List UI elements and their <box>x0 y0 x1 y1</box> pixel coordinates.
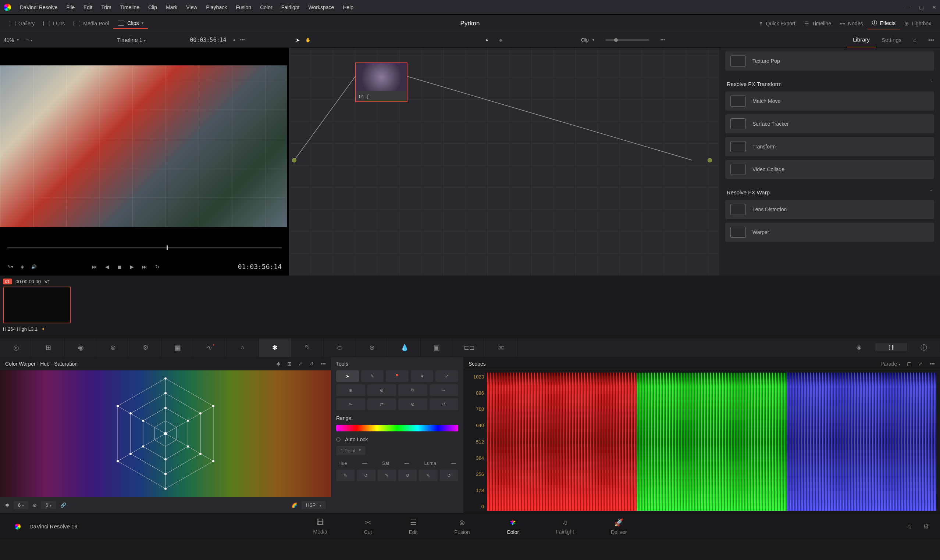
node-zoom-slider[interactable] <box>605 39 650 41</box>
fx-warper[interactable]: Warper <box>725 223 934 242</box>
warper-reset-icon[interactable]: ↺ <box>309 361 314 367</box>
scope-expand-icon[interactable]: ⤢ <box>918 361 923 367</box>
tool-motion[interactable]: ⚙ <box>130 338 162 357</box>
clips-button[interactable]: Clips▾ <box>113 18 148 29</box>
menu-trim[interactable]: Trim <box>97 5 116 10</box>
sat-edit[interactable]: ✎ <box>378 469 396 482</box>
effects-button[interactable]: ⓕEffects <box>867 18 900 29</box>
home-icon[interactable]: ⌂ <box>907 523 911 531</box>
close-icon[interactable]: ✕ <box>932 5 936 10</box>
fx-lens-distortion[interactable]: Lens Distortion <box>725 200 934 219</box>
tool-scopes[interactable]: ⫿⫿ <box>875 343 908 351</box>
menu-playback[interactable]: Playback <box>202 5 232 10</box>
viewer-image[interactable] <box>0 65 287 227</box>
node-options-icon[interactable]: ••• <box>661 37 665 43</box>
picker-icon[interactable]: ✎▾ <box>7 264 13 269</box>
fit-icon[interactable]: ▭ ▾ <box>25 37 32 43</box>
lightbox-button[interactable]: ⊞Lightbox <box>900 18 935 29</box>
node-input[interactable] <box>292 158 296 162</box>
hue-div-icon[interactable]: ✱ <box>5 502 9 508</box>
tab-settings[interactable]: Settings <box>876 32 907 48</box>
warper-expand-icon[interactable]: ⤢ <box>298 361 303 367</box>
tool-invert[interactable]: ⇄ <box>367 398 397 410</box>
menu-timeline[interactable]: Timeline <box>116 5 144 10</box>
menu-help[interactable]: Help <box>338 5 358 10</box>
tool-rotate[interactable]: ↻ <box>398 385 428 396</box>
tool-magic-mask[interactable]: 💧 <box>388 338 421 357</box>
prev-frame-icon[interactable]: ◀ <box>105 264 109 270</box>
clip-mode-label[interactable]: Clip <box>581 37 589 43</box>
source-timecode[interactable]: 00:03:56:14 <box>190 37 226 43</box>
maximize-icon[interactable]: ▢ <box>919 5 924 10</box>
sat-divisions[interactable]: 6 ▾ <box>41 501 56 509</box>
page-fairlight[interactable]: ♫Fairlight <box>556 518 574 535</box>
point-select[interactable]: 1 Point▾ <box>336 446 365 455</box>
link-icon[interactable]: 🔗 <box>60 502 66 508</box>
color-space-select[interactable]: HSP ▾ <box>302 501 326 509</box>
tool-tracker[interactable]: ⊕ <box>356 338 388 357</box>
gallery-button[interactable]: Gallery <box>5 18 39 29</box>
fx-video-collage[interactable]: Video Collage <box>725 160 934 179</box>
quick-export-button[interactable]: ⇪Quick Export <box>754 18 800 29</box>
tool-reset-pt[interactable]: ↺ <box>429 398 458 410</box>
sat-div-icon[interactable]: ⊛ <box>33 502 37 508</box>
tool-key[interactable]: ⊏⊐ <box>453 338 485 357</box>
timeline-selector[interactable]: Timeline 1 ▾ <box>117 37 146 43</box>
menu-fusion[interactable]: Fusion <box>232 5 256 10</box>
page-edit[interactable]: ☰Edit <box>409 518 417 535</box>
tool-add-col[interactable]: ⊕ <box>336 385 365 396</box>
hue-reset[interactable]: ↺ <box>357 469 375 482</box>
tool-smooth[interactable]: ∿ <box>336 398 365 410</box>
tool-color-warper[interactable]: ✱ <box>259 338 291 357</box>
node-output[interactable] <box>708 158 712 162</box>
hue-divisions[interactable]: 6 ▾ <box>14 501 28 509</box>
stop-icon[interactable]: ◼ <box>117 264 122 270</box>
zoom-level[interactable]: 41%▾ <box>4 37 25 43</box>
viewer-timecode[interactable]: 01:03:56:14 <box>238 263 282 271</box>
tool-info[interactable]: ⓘ <box>908 343 940 352</box>
page-cut[interactable]: ✂Cut <box>364 518 372 535</box>
playhead[interactable] <box>167 245 168 250</box>
app-name-menu[interactable]: DaVinci Resolve <box>15 5 62 10</box>
autolock-toggle[interactable]: Auto Lock <box>336 437 458 442</box>
menu-fairlight[interactable]: Fairlight <box>277 5 304 10</box>
luma-edit[interactable]: ✎ <box>419 469 437 482</box>
media-pool-button[interactable]: Media Pool <box>69 18 113 29</box>
minimize-icon[interactable]: — <box>906 5 911 10</box>
tool-sub-col[interactable]: ⊖ <box>367 385 397 396</box>
tool-qualifier[interactable]: ○ <box>227 338 259 357</box>
project-settings-icon[interactable]: ⚙ <box>923 523 929 531</box>
fx-surface-tracker[interactable]: Surface Tracker <box>725 114 934 133</box>
tool-custom-curves[interactable]: ∿● <box>194 338 227 357</box>
menu-view[interactable]: View <box>182 5 202 10</box>
tool-center[interactable]: ⊙ <box>398 398 428 410</box>
audio-icon[interactable]: 🔊 <box>31 264 37 269</box>
scope-view-icon[interactable]: ▢ <box>907 361 912 367</box>
viewer-options-icon[interactable]: ••• <box>240 37 245 43</box>
scope-graph[interactable] <box>487 372 936 511</box>
tool-wheels[interactable]: ◉ <box>65 338 97 357</box>
tab-library[interactable]: Library <box>847 32 876 48</box>
node-marker-1[interactable]: ● <box>485 37 488 43</box>
menu-workspace[interactable]: Workspace <box>304 5 338 10</box>
luts-button[interactable]: LUTs <box>39 18 69 29</box>
next-frame-icon[interactable]: ⏭ <box>142 264 147 270</box>
menu-clip[interactable]: Clip <box>144 5 161 10</box>
node-marker-2[interactable]: ◆ <box>499 37 502 43</box>
menu-color[interactable]: Color <box>256 5 276 10</box>
page-color[interactable]: ✱Color <box>507 518 519 535</box>
tool-sizing[interactable]: 3D <box>485 338 518 357</box>
tool-picker[interactable]: ✎ <box>291 338 324 357</box>
warper-mode-1-icon[interactable]: ✱ <box>276 361 281 367</box>
scope-mode-select[interactable]: Parade ▾ <box>880 361 900 367</box>
record-icon[interactable]: ● <box>233 37 236 43</box>
page-media[interactable]: 🎞Media <box>313 518 327 535</box>
scope-options-icon[interactable]: ••• <box>929 361 935 367</box>
fx-match-move[interactable]: Match Move <box>725 91 934 111</box>
node-graph[interactable]: 01∫ <box>289 48 719 275</box>
menu-file[interactable]: File <box>62 5 79 10</box>
clip-thumbnail[interactable] <box>3 287 71 323</box>
luma-reset[interactable]: ↺ <box>440 469 458 482</box>
fx-category-transform[interactable]: Resolve FX Transform⌃ <box>725 74 934 91</box>
clip-flag-icon[interactable]: ✦ <box>41 326 45 332</box>
